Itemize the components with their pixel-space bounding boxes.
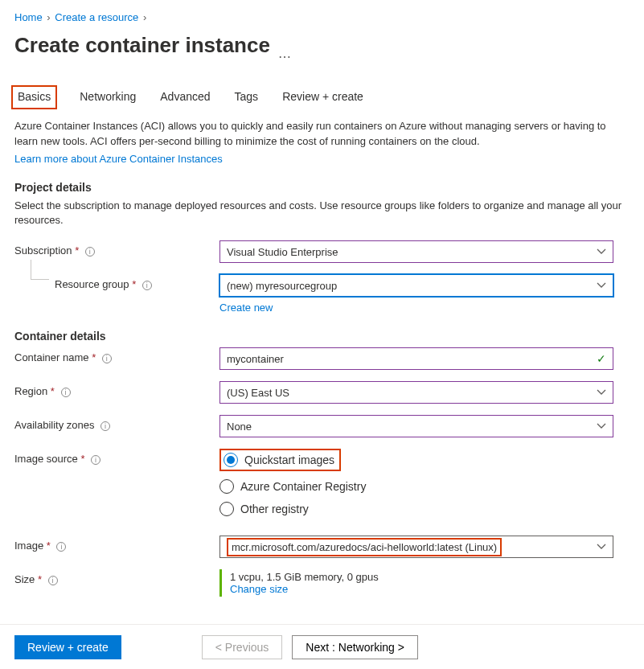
info-icon[interactable]: i — [100, 421, 110, 431]
project-details-sub: Select the subscription to manage deploy… — [14, 199, 630, 228]
project-details-heading: Project details — [14, 181, 630, 194]
tab-advanced[interactable]: Advanced — [158, 85, 211, 109]
subscription-label: Subscription * i — [14, 240, 219, 257]
image-select[interactable]: mcr.microsoft.com/azuredocs/aci-hellowor… — [219, 536, 613, 558]
chevron-down-icon — [597, 421, 606, 431]
info-icon[interactable]: i — [91, 455, 100, 465]
availability-zones-select[interactable]: None — [219, 415, 613, 437]
image-source-label: Image source * i — [14, 449, 219, 465]
radio-other-label: Other registry — [240, 503, 309, 515]
chevron-down-icon — [597, 247, 606, 257]
availability-zones-value: None — [227, 421, 252, 433]
container-details-heading: Container details — [14, 330, 630, 343]
next-button[interactable]: Next : Networking > — [292, 635, 418, 659]
radio-acr[interactable] — [219, 479, 234, 494]
tab-tags[interactable]: Tags — [233, 85, 260, 109]
region-select[interactable]: (US) East US — [219, 381, 613, 404]
change-size-link[interactable]: Change size — [230, 583, 288, 595]
chevron-down-icon — [597, 542, 606, 552]
subscription-select[interactable]: Visual Studio Enterprise — [219, 240, 613, 263]
container-name-label: Container name * i — [14, 347, 219, 363]
intro-text: Azure Container Instances (ACI) allows y… — [14, 119, 630, 150]
learn-more-link[interactable]: Learn more about Azure Container Instanc… — [14, 153, 223, 165]
info-icon[interactable]: i — [102, 354, 112, 363]
resource-group-label: Resource group * i — [14, 274, 219, 290]
resource-group-value: (new) myresourcegroup — [227, 280, 337, 292]
region-value: (US) East US — [227, 387, 289, 399]
image-source-radio-group: Quickstart images Azure Container Regist… — [219, 449, 630, 516]
radio-acr-label: Azure Container Registry — [240, 480, 366, 493]
footer: Review + create < Previous Next : Networ… — [0, 624, 644, 669]
check-icon: ✓ — [597, 352, 606, 365]
breadcrumb-create-resource[interactable]: Create a resource — [55, 11, 138, 23]
container-name-value: mycontainer — [227, 353, 284, 365]
chevron-down-icon — [597, 388, 606, 397]
info-icon[interactable]: i — [48, 576, 58, 585]
radio-other[interactable] — [219, 502, 234, 516]
image-label: Image * i — [14, 536, 219, 552]
breadcrumb: Home › Create a resource › — [14, 8, 630, 28]
tabs: Basics Networking Advanced Tags Review +… — [14, 85, 630, 109]
create-new-rg-link[interactable]: Create new — [219, 302, 273, 314]
info-icon[interactable]: i — [85, 247, 95, 257]
chevron-right-icon: › — [143, 11, 146, 23]
tab-basics[interactable]: Basics — [11, 85, 57, 109]
chevron-right-icon: › — [47, 11, 50, 23]
tab-networking[interactable]: Networking — [78, 85, 137, 109]
previous-button: < Previous — [202, 635, 283, 659]
info-icon[interactable]: i — [142, 281, 152, 290]
chevron-down-icon — [597, 281, 606, 290]
container-name-input[interactable]: mycontainer ✓ — [219, 347, 613, 370]
subscription-value: Visual Studio Enterprise — [227, 246, 338, 258]
region-label: Region * i — [14, 381, 219, 397]
page-title: Create container instance — [14, 33, 270, 58]
review-create-button[interactable]: Review + create — [14, 635, 121, 659]
radio-quickstart[interactable] — [224, 453, 238, 467]
size-value: 1 vcpu, 1.5 GiB memory, 0 gpus — [230, 571, 630, 583]
resource-group-select[interactable]: (new) myresourcegroup — [219, 274, 613, 297]
info-icon[interactable]: i — [61, 388, 71, 397]
image-value: mcr.microsoft.com/azuredocs/aci-hellowor… — [232, 541, 497, 553]
breadcrumb-home[interactable]: Home — [14, 11, 43, 23]
tab-review[interactable]: Review + create — [281, 85, 365, 109]
radio-quickstart-label: Quickstart images — [244, 454, 334, 466]
availability-zones-label: Availability zones i — [14, 415, 219, 431]
more-icon[interactable]: ⋯ — [278, 49, 291, 64]
info-icon[interactable]: i — [56, 542, 66, 552]
size-label: Size * i — [14, 569, 219, 585]
